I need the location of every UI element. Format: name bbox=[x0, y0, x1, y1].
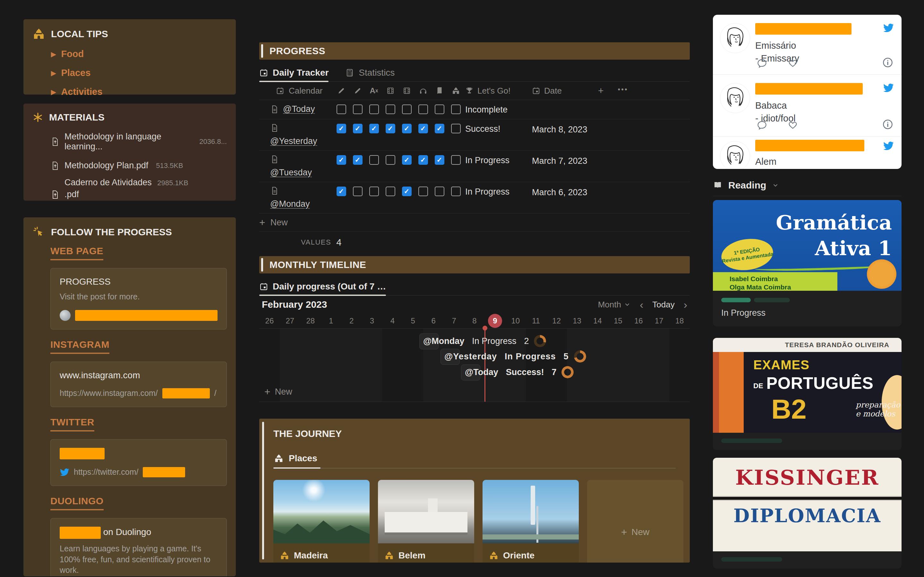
status-cell[interactable]: In Progress bbox=[464, 155, 532, 165]
place-card-oriente[interactable]: Oriente District bbox=[483, 480, 579, 562]
tweet[interactable]: Babaca - idiot/fool bbox=[713, 75, 901, 137]
checkbox[interactable] bbox=[369, 105, 379, 114]
timeline-new-button[interactable]: + New bbox=[264, 386, 292, 398]
toggle-activities[interactable]: ▶ Activities bbox=[51, 87, 227, 97]
twitter-link-card[interactable]: https://twitter.com/ bbox=[50, 439, 227, 486]
date-cell[interactable]: 11 bbox=[526, 316, 546, 326]
tab-daily-progress[interactable]: Daily progress (Out of 7 … bbox=[259, 278, 386, 295]
like-icon[interactable] bbox=[788, 58, 798, 68]
date-cell[interactable]: March 6, 2023 bbox=[532, 187, 596, 198]
file-item[interactable]: Methodology in language learning... 2036… bbox=[50, 132, 227, 152]
place-card-belem[interactable]: Belem District bbox=[378, 480, 474, 562]
twitter-card-url[interactable]: https://twitter.com/ bbox=[60, 467, 218, 477]
date-cell[interactable]: 18 bbox=[669, 316, 690, 326]
film-icon[interactable] bbox=[399, 86, 415, 95]
chevron-down-icon[interactable] bbox=[772, 182, 779, 189]
date-cell[interactable]: 7 bbox=[444, 316, 464, 326]
date-cell[interactable]: 12 bbox=[546, 316, 567, 326]
date-cell[interactable]: March 7, 2023 bbox=[532, 155, 596, 167]
checkbox[interactable] bbox=[402, 187, 412, 196]
avatar[interactable] bbox=[720, 83, 750, 113]
checkbox[interactable] bbox=[451, 124, 461, 133]
checkbox[interactable] bbox=[435, 124, 444, 133]
date-cell[interactable]: 15 bbox=[607, 316, 628, 326]
info-icon[interactable] bbox=[882, 119, 893, 130]
date-cell[interactable]: 16 bbox=[628, 316, 649, 326]
file-name[interactable]: Methodology in language learning... bbox=[65, 132, 192, 152]
timeline-item-today[interactable]: @Today Success! 7 bbox=[461, 364, 573, 382]
timeline-canvas[interactable]: @Monday In Progress 2 @Yesterday In Prog… bbox=[259, 328, 690, 402]
status-cell[interactable]: In Progress bbox=[464, 187, 532, 197]
toggle-food[interactable]: ▶ Food bbox=[51, 49, 227, 59]
avatar[interactable] bbox=[720, 23, 750, 53]
pencil-icon[interactable] bbox=[349, 86, 366, 95]
checkbox[interactable] bbox=[386, 187, 395, 196]
row-title-cell[interactable]: @Tuesday bbox=[259, 155, 333, 177]
tab-statistics[interactable]: Statistics bbox=[345, 64, 395, 81]
pencil-icon[interactable] bbox=[333, 86, 349, 95]
tweet-text[interactable]: Babaca bbox=[755, 100, 787, 111]
table-new-row-button[interactable]: + New bbox=[259, 213, 690, 232]
date-cell[interactable]: 13 bbox=[567, 316, 588, 326]
checkbox[interactable] bbox=[369, 124, 379, 133]
webpage-card-url[interactable] bbox=[60, 310, 218, 321]
status-cell[interactable]: Incomplete bbox=[464, 105, 532, 115]
checkbox[interactable] bbox=[435, 187, 444, 196]
webpage-heading[interactable]: WEB PAGE bbox=[50, 245, 103, 260]
date-cell[interactable]: 10 bbox=[505, 316, 526, 326]
date-cell[interactable]: March 8, 2023 bbox=[532, 124, 596, 135]
checkbox[interactable] bbox=[418, 105, 428, 114]
instagram-link-card[interactable]: www.instagram.com https://www.instagram.… bbox=[50, 362, 227, 407]
date-cell[interactable]: 14 bbox=[588, 316, 608, 326]
date-cell[interactable]: 8 bbox=[464, 316, 485, 326]
tweet[interactable]: Alem - beyond/besides bbox=[713, 137, 901, 169]
file-name[interactable]: Caderno de Atividades bbox=[65, 177, 152, 187]
checkbox[interactable] bbox=[402, 155, 412, 165]
date-cell[interactable]: 6 bbox=[423, 316, 444, 326]
file-item[interactable]: Caderno de Atividades 2985.1KB .pdf bbox=[50, 177, 227, 199]
like-icon[interactable] bbox=[788, 120, 798, 130]
column-lets-go[interactable]: Let's Go! bbox=[464, 86, 532, 96]
tweet[interactable]: Emissário - Emissary bbox=[713, 15, 901, 75]
checkbox[interactable] bbox=[386, 155, 395, 165]
book-card-exames[interactable]: TERESA BRANDÃO OLIVEIRA EXAMES DE PORTUG… bbox=[713, 338, 901, 450]
checkbox[interactable] bbox=[451, 105, 461, 114]
checkbox[interactable] bbox=[336, 187, 346, 196]
timeline-item-yesterday[interactable]: @Yesterday In Progress 5 bbox=[441, 349, 586, 364]
checkbox[interactable] bbox=[402, 124, 412, 133]
more-options-icon[interactable]: ••• bbox=[618, 85, 628, 96]
toggle-label[interactable]: Food bbox=[61, 49, 84, 59]
date-cell[interactable]: 28 bbox=[300, 316, 321, 326]
gallery-new-card-button[interactable]: + New bbox=[587, 480, 683, 562]
checkbox[interactable] bbox=[353, 155, 363, 165]
file-name-ext[interactable]: .pdf bbox=[65, 189, 79, 199]
checkbox[interactable] bbox=[418, 187, 428, 196]
checkbox[interactable] bbox=[418, 124, 428, 133]
date-cell[interactable]: 17 bbox=[649, 316, 669, 326]
checkbox[interactable] bbox=[451, 187, 461, 196]
row-title-cell[interactable]: @Yesterday bbox=[259, 123, 333, 146]
timeline-today-button[interactable]: Today bbox=[652, 300, 674, 309]
tab-daily-tracker[interactable]: Daily Tracker bbox=[259, 64, 328, 81]
checkbox[interactable] bbox=[369, 187, 379, 196]
tweet-text[interactable]: Emissário bbox=[755, 40, 796, 51]
date-cell[interactable]: 4 bbox=[382, 316, 403, 326]
toggle-label[interactable]: Places bbox=[61, 68, 90, 78]
checkbox[interactable] bbox=[386, 124, 395, 133]
checkbox[interactable] bbox=[451, 155, 461, 165]
file-name[interactable]: Methodology Plan.pdf bbox=[65, 161, 148, 171]
timeline-prev-button[interactable]: ‹ bbox=[640, 299, 643, 310]
twitter-bird-icon[interactable] bbox=[883, 23, 894, 33]
checkbox[interactable] bbox=[435, 155, 444, 165]
column-date[interactable]: Date bbox=[532, 86, 596, 96]
timeline-zoom-select[interactable]: Month bbox=[598, 300, 631, 309]
checkbox[interactable] bbox=[353, 105, 363, 114]
toggle-label[interactable]: Activities bbox=[61, 87, 102, 97]
instagram-heading[interactable]: INSTAGRAM bbox=[50, 339, 110, 354]
today-badge[interactable]: 9 bbox=[488, 314, 502, 328]
date-cell[interactable]: 1 bbox=[321, 316, 341, 326]
place-card-madeira[interactable]: Madeira Island bbox=[273, 480, 370, 562]
checkbox[interactable] bbox=[353, 187, 363, 196]
checkbox[interactable] bbox=[386, 105, 395, 114]
status-cell[interactable]: Success! bbox=[464, 124, 532, 134]
